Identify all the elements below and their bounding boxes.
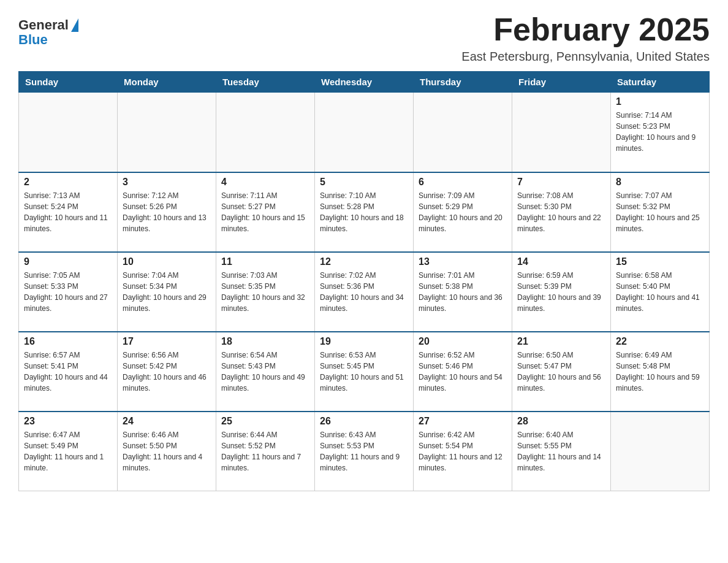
day-info: Sunrise: 7:02 AM Sunset: 5:36 PM Dayligh…: [320, 270, 408, 314]
day-info: Sunrise: 6:40 AM Sunset: 5:55 PM Dayligh…: [517, 429, 605, 473]
month-title: February 2025: [461, 12, 710, 47]
day-header-friday: Friday: [512, 72, 611, 93]
calendar-cell: 26Sunrise: 6:43 AM Sunset: 5:53 PM Dayli…: [315, 412, 414, 491]
calendar-cell: 27Sunrise: 6:42 AM Sunset: 5:54 PM Dayli…: [414, 412, 512, 491]
calendar-cell: 7Sunrise: 7:08 AM Sunset: 5:30 PM Daylig…: [512, 172, 611, 252]
calendar-week-row: 9Sunrise: 7:05 AM Sunset: 5:33 PM Daylig…: [19, 252, 710, 332]
day-header-row: SundayMondayTuesdayWednesdayThursdayFrid…: [19, 72, 710, 93]
day-info: Sunrise: 7:09 AM Sunset: 5:29 PM Dayligh…: [419, 190, 507, 234]
calendar-cell: 9Sunrise: 7:05 AM Sunset: 5:33 PM Daylig…: [19, 252, 118, 332]
calendar-cell: 18Sunrise: 6:54 AM Sunset: 5:43 PM Dayli…: [216, 332, 315, 412]
day-info: Sunrise: 6:56 AM Sunset: 5:42 PM Dayligh…: [123, 350, 211, 394]
calendar-week-row: 23Sunrise: 6:47 AM Sunset: 5:49 PM Dayli…: [19, 412, 710, 491]
calendar-cell: [315, 93, 414, 172]
calendar-cell: 2Sunrise: 7:13 AM Sunset: 5:24 PM Daylig…: [19, 172, 118, 252]
calendar-cell: 21Sunrise: 6:50 AM Sunset: 5:47 PM Dayli…: [512, 332, 611, 412]
day-number: 15: [616, 256, 704, 267]
day-number: 10: [123, 256, 211, 267]
calendar-cell: 28Sunrise: 6:40 AM Sunset: 5:55 PM Dayli…: [512, 412, 611, 491]
calendar-cell: [611, 412, 710, 491]
day-info: Sunrise: 6:53 AM Sunset: 5:45 PM Dayligh…: [320, 350, 408, 394]
day-info: Sunrise: 6:54 AM Sunset: 5:43 PM Dayligh…: [221, 350, 309, 394]
calendar-cell: 19Sunrise: 6:53 AM Sunset: 5:45 PM Dayli…: [315, 332, 414, 412]
day-header-saturday: Saturday: [611, 72, 710, 93]
calendar-week-row: 16Sunrise: 6:57 AM Sunset: 5:41 PM Dayli…: [19, 332, 710, 412]
day-number: 28: [517, 416, 605, 427]
day-number: 3: [123, 177, 211, 188]
calendar-cell: 5Sunrise: 7:10 AM Sunset: 5:28 PM Daylig…: [315, 172, 414, 252]
calendar-week-row: 1Sunrise: 7:14 AM Sunset: 5:23 PM Daylig…: [19, 93, 710, 172]
day-number: 23: [24, 416, 112, 427]
day-header-thursday: Thursday: [414, 72, 512, 93]
day-number: 18: [221, 336, 309, 347]
day-info: Sunrise: 6:46 AM Sunset: 5:50 PM Dayligh…: [123, 429, 211, 473]
calendar-cell: 10Sunrise: 7:04 AM Sunset: 5:34 PM Dayli…: [118, 252, 216, 332]
calendar-cell: [118, 93, 216, 172]
calendar-cell: [216, 93, 315, 172]
location-title: East Petersburg, Pennsylvania, United St…: [461, 50, 710, 64]
calendar-cell: [512, 93, 611, 172]
day-info: Sunrise: 6:47 AM Sunset: 5:49 PM Dayligh…: [24, 429, 112, 473]
day-number: 9: [24, 256, 112, 267]
day-number: 26: [320, 416, 408, 427]
day-info: Sunrise: 6:43 AM Sunset: 5:53 PM Dayligh…: [320, 429, 408, 473]
day-number: 13: [419, 256, 507, 267]
page-header: General Blue February 2025 East Petersbu…: [18, 12, 710, 64]
day-info: Sunrise: 6:58 AM Sunset: 5:40 PM Dayligh…: [616, 270, 704, 314]
day-number: 19: [320, 336, 408, 347]
calendar-table: SundayMondayTuesdayWednesdayThursdayFrid…: [18, 71, 710, 491]
calendar-cell: 8Sunrise: 7:07 AM Sunset: 5:32 PM Daylig…: [611, 172, 710, 252]
day-number: 14: [517, 256, 605, 267]
calendar-cell: [19, 93, 118, 172]
day-number: 17: [123, 336, 211, 347]
day-info: Sunrise: 7:01 AM Sunset: 5:38 PM Dayligh…: [419, 270, 507, 314]
calendar-cell: 11Sunrise: 7:03 AM Sunset: 5:35 PM Dayli…: [216, 252, 315, 332]
day-number: 25: [221, 416, 309, 427]
day-header-monday: Monday: [118, 72, 216, 93]
calendar-cell: 24Sunrise: 6:46 AM Sunset: 5:50 PM Dayli…: [118, 412, 216, 491]
calendar-cell: 3Sunrise: 7:12 AM Sunset: 5:26 PM Daylig…: [118, 172, 216, 252]
day-info: Sunrise: 6:50 AM Sunset: 5:47 PM Dayligh…: [517, 350, 605, 394]
calendar-cell: 20Sunrise: 6:52 AM Sunset: 5:46 PM Dayli…: [414, 332, 512, 412]
day-info: Sunrise: 7:04 AM Sunset: 5:34 PM Dayligh…: [123, 270, 211, 314]
day-number: 24: [123, 416, 211, 427]
day-number: 21: [517, 336, 605, 347]
day-number: 2: [24, 177, 112, 188]
calendar-cell: 1Sunrise: 7:14 AM Sunset: 5:23 PM Daylig…: [611, 93, 710, 172]
calendar-header: SundayMondayTuesdayWednesdayThursdayFrid…: [19, 72, 710, 93]
day-info: Sunrise: 6:52 AM Sunset: 5:46 PM Dayligh…: [419, 350, 507, 394]
day-header-wednesday: Wednesday: [315, 72, 414, 93]
day-info: Sunrise: 7:11 AM Sunset: 5:27 PM Dayligh…: [221, 190, 309, 234]
day-number: 27: [419, 416, 507, 427]
calendar-cell: 4Sunrise: 7:11 AM Sunset: 5:27 PM Daylig…: [216, 172, 315, 252]
day-info: Sunrise: 6:44 AM Sunset: 5:52 PM Dayligh…: [221, 429, 309, 473]
calendar-cell: 12Sunrise: 7:02 AM Sunset: 5:36 PM Dayli…: [315, 252, 414, 332]
day-info: Sunrise: 6:57 AM Sunset: 5:41 PM Dayligh…: [24, 350, 112, 394]
day-info: Sunrise: 7:14 AM Sunset: 5:23 PM Dayligh…: [616, 110, 704, 154]
day-info: Sunrise: 7:08 AM Sunset: 5:30 PM Dayligh…: [517, 190, 605, 234]
day-header-tuesday: Tuesday: [216, 72, 315, 93]
day-number: 20: [419, 336, 507, 347]
day-number: 22: [616, 336, 704, 347]
calendar-cell: [414, 93, 512, 172]
day-number: 5: [320, 177, 408, 188]
calendar-cell: 17Sunrise: 6:56 AM Sunset: 5:42 PM Dayli…: [118, 332, 216, 412]
logo-general-text: General: [18, 18, 69, 32]
logo-blue-text: Blue: [18, 32, 48, 48]
calendar-cell: 15Sunrise: 6:58 AM Sunset: 5:40 PM Dayli…: [611, 252, 710, 332]
day-number: 7: [517, 177, 605, 188]
day-info: Sunrise: 7:07 AM Sunset: 5:32 PM Dayligh…: [616, 190, 704, 234]
calendar-cell: 22Sunrise: 6:49 AM Sunset: 5:48 PM Dayli…: [611, 332, 710, 412]
calendar-title-area: February 2025 East Petersburg, Pennsylva…: [461, 12, 710, 64]
day-info: Sunrise: 6:49 AM Sunset: 5:48 PM Dayligh…: [616, 350, 704, 394]
logo-triangle-icon: [71, 18, 78, 32]
calendar-cell: 14Sunrise: 6:59 AM Sunset: 5:39 PM Dayli…: [512, 252, 611, 332]
day-number: 16: [24, 336, 112, 347]
day-header-sunday: Sunday: [19, 72, 118, 93]
day-number: 12: [320, 256, 408, 267]
calendar-week-row: 2Sunrise: 7:13 AM Sunset: 5:24 PM Daylig…: [19, 172, 710, 252]
day-number: 6: [419, 177, 507, 188]
day-number: 8: [616, 177, 704, 188]
logo: General Blue: [18, 18, 78, 48]
calendar-cell: 25Sunrise: 6:44 AM Sunset: 5:52 PM Dayli…: [216, 412, 315, 491]
